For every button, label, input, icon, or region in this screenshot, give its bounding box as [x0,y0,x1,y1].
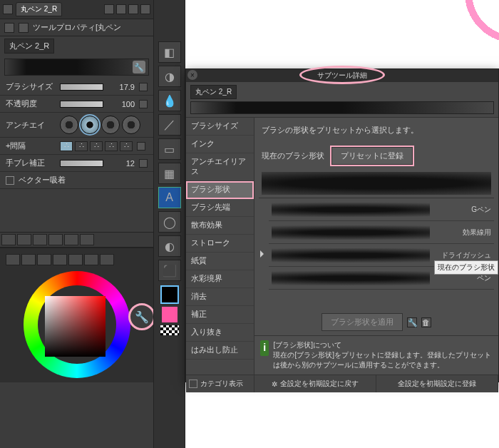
category-item[interactable]: インク [186,136,254,153]
aa-option-strong[interactable] [122,116,140,134]
fill-icon[interactable]: ⬛ [158,260,181,281]
settings-pane: ブラシの形状をプリセットから選択します。 現在のブラシ形状 プリセットに登録 現… [254,118,498,375]
category-item[interactable]: ブラシサイズ [186,118,254,136]
stroke-preview: 🔧 [4,58,149,76]
swatch-background[interactable] [160,305,179,324]
show-category-checkbox[interactable] [189,380,197,388]
aa-option-none[interactable] [60,116,78,134]
row-stabilize: 手ブレ補正 12 [0,155,153,172]
dialog-stroke-preview [190,101,494,114]
apply-shape-button[interactable]: ブラシ形状を適用 [321,313,403,331]
brush-size-slider[interactable] [60,83,103,91]
opacity-options-icon[interactable] [139,100,148,108]
preset-item[interactable]: 効果線用 [269,221,494,244]
dialog-titlebar[interactable]: × サブツール詳細 [186,69,498,82]
gradient-icon[interactable]: ◐ [158,235,181,257]
spacing-opt-1[interactable]: ∴ [60,141,73,151]
category-item[interactable]: ブラシ先端 [186,199,254,217]
color-mode-btn[interactable] [37,254,51,265]
brush-name[interactable]: 丸ペン 2_R [4,39,54,54]
footer-btn[interactable] [48,234,63,245]
show-category-label: カテゴリ表示 [200,379,243,389]
stabilize-slider[interactable] [60,160,103,167]
category-item[interactable]: ブラシ形状 [186,181,254,199]
wrench-icon[interactable]: 🔧 [407,317,417,327]
preset-list[interactable]: Gペン効果線用ドライガッシュペン [259,198,494,309]
color-mode-btn[interactable] [6,254,20,265]
register-defaults-button[interactable]: 全設定を初期設定に登録 [376,375,498,392]
text-icon[interactable]: A [158,187,181,208]
spacing-opt-2[interactable]: ∴ [75,141,88,151]
category-item[interactable]: アンチエイリアス [186,153,254,181]
category-item[interactable]: 散布効果 [186,217,254,235]
balloon-icon[interactable]: ◯ [158,211,181,233]
category-item[interactable]: 消去 [186,288,254,306]
opacity-slider[interactable] [60,101,103,108]
callout-wrench: 🔧 [128,303,155,330]
brush-size-options-icon[interactable] [139,83,148,91]
eraser-soft-icon[interactable]: ◑ [158,66,181,87]
category-item[interactable]: 紙質 [186,253,254,270]
footer-btn[interactable] [64,234,78,245]
category-item[interactable]: 水彩境界 [186,270,254,288]
frame-icon[interactable]: ▦ [158,163,181,184]
spacing-options-icon[interactable] [137,142,145,151]
stabilize-label: 手ブレ補正 [6,158,56,168]
color-mode-btn[interactable] [68,254,83,265]
show-category-toggle[interactable]: カテゴリ表示 [186,375,254,392]
reset-defaults-button[interactable]: ✲ 全設定を初期設定に戻す [254,375,376,392]
wrench-icon[interactable]: 🔧 [133,61,145,73]
stabilize-options-icon[interactable] [139,159,148,168]
footer-btn[interactable] [17,234,31,245]
opacity-value[interactable]: 100 [108,100,135,108]
color-mode-btn[interactable] [21,254,36,265]
expand-icon[interactable] [260,250,267,258]
vector-snap-checkbox[interactable] [6,176,14,185]
category-item[interactable]: 補正 [186,306,254,324]
reset-defaults-label: 全設定を初期設定に戻す [280,379,359,389]
blend-icon[interactable]: 💧 [158,90,181,111]
menu-icon[interactable] [140,4,150,14]
brush-size-value[interactable]: 17.9 [108,83,135,91]
info-icon: i [260,340,269,356]
category-item[interactable]: 入り抜き [186,324,254,342]
sv-square[interactable] [45,296,106,357]
panel-title: ツールプロパティ[丸ペン [0,19,153,36]
footer-btn[interactable] [33,234,47,245]
spacing-opt-4[interactable]: ∴ [105,141,118,151]
tooltip: 現在のブラシ形状 [434,260,498,275]
swatch-transparent[interactable] [160,325,179,335]
eraser-icon[interactable]: ◧ [158,41,181,63]
color-mode-btn[interactable] [84,254,98,265]
trash-icon[interactable]: 🗑 [421,317,431,327]
shape-icon[interactable]: ▭ [158,138,181,160]
close-icon[interactable]: × [187,70,197,80]
preset-stroke [272,203,430,217]
info-box: i [ブラシ形状]について 現在の[ブラシ形状]をプリセットに登録します。登録し… [254,335,498,375]
brush-size-label: ブラシサイズ [6,81,56,92]
line-icon[interactable]: ／ [158,114,181,136]
current-shape-label: 現在のブラシ形状 [262,151,324,161]
duplicate-icon[interactable] [116,4,126,14]
color-swatches [158,285,182,335]
preset-stroke [272,271,430,285]
spacing-opt-3[interactable]: ∴ [90,141,103,151]
footer-btn[interactable] [1,234,16,245]
spacing-opt-5[interactable]: ∴ [120,141,133,151]
aa-option-mid[interactable] [101,116,120,134]
category-item[interactable]: はみ出し防止 [186,342,254,360]
tab-brush[interactable]: 丸ペン 2_R [16,2,62,16]
aa-option-weak[interactable] [81,116,99,134]
color-mode-btn[interactable] [100,254,114,265]
row-spacing: +間隔 ∴ ∴ ∴ ∴ ∴ [0,138,153,155]
category-item[interactable]: ストローク [186,235,254,253]
swatch-foreground[interactable] [160,285,179,304]
stabilize-value[interactable]: 12 [108,159,135,168]
hue-ring[interactable] [16,271,138,378]
trash-icon[interactable] [128,4,138,14]
preset-item[interactable]: Gペン [269,198,494,221]
register-preset-button[interactable]: プリセットに登録 [331,147,413,165]
color-mode-btn[interactable] [53,254,67,265]
footer-wrench-icon[interactable] [80,234,94,245]
new-icon[interactable] [104,4,114,14]
